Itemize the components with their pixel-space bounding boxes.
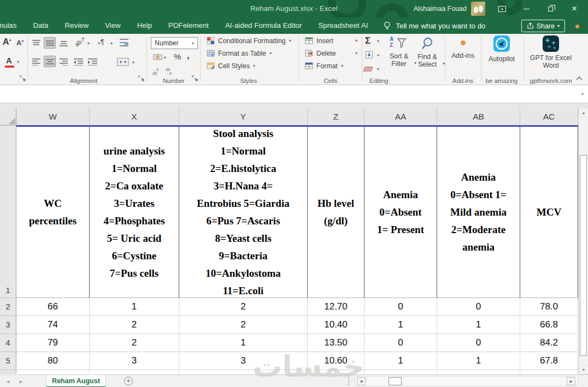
- menu-tab-spreadsheet-ai[interactable]: Spreadsheet AI: [310, 17, 376, 34]
- header-cell-ab[interactable]: Anemia 0=Absent 1= Mild anemia 2=Moderat…: [437, 126, 520, 298]
- sheet-nav-right-icon[interactable]: ▸: [20, 378, 22, 384]
- cell-ac3[interactable]: 66.8: [520, 316, 578, 334]
- font-dialog-launcher[interactable]: [20, 75, 26, 81]
- font-color-button[interactable]: A: [6, 56, 12, 65]
- sheet-nav-left-icon[interactable]: ◂: [7, 378, 9, 384]
- align-top-icon[interactable]: [32, 39, 41, 47]
- comma-style-button[interactable]: ,: [187, 50, 190, 61]
- align-middle-button-selected[interactable]: [44, 37, 56, 49]
- conditional-formatting-button[interactable]: Conditional Formatting▾: [207, 37, 291, 45]
- cell-ab3[interactable]: 1: [437, 316, 520, 334]
- formula-bar-expand-icon[interactable]: ▾: [581, 92, 584, 97]
- autopilot-button[interactable]: Autopilot: [484, 35, 519, 63]
- user-avatar[interactable]: [471, 2, 485, 16]
- wrap-text-icon[interactable]: [119, 38, 129, 47]
- cell-ac4[interactable]: 84.2: [520, 334, 578, 352]
- tell-me-box[interactable]: Tell me what you want to do: [384, 21, 485, 31]
- cell-aa5[interactable]: 1: [364, 352, 437, 370]
- increase-indent-icon[interactable]: [87, 58, 98, 66]
- column-header-y[interactable]: Y: [179, 108, 308, 126]
- tab-splitter-handle[interactable]: [348, 377, 349, 385]
- row-header-6[interactable]: [0, 370, 16, 373]
- clear-button[interactable]: [363, 67, 373, 72]
- text-direction-icon[interactable]: ▸¶: [98, 38, 104, 46]
- autosum-button[interactable]: Σ: [365, 35, 371, 46]
- header-cell-z[interactable]: Hb level (g/dl): [308, 126, 364, 298]
- cell-z5[interactable]: 10.60: [308, 352, 364, 370]
- increase-font-size-button[interactable]: A▴: [3, 37, 11, 47]
- autosum-dropdown[interactable]: ▾: [377, 39, 379, 44]
- cell-ab2[interactable]: 0: [437, 298, 520, 316]
- orientation-dropdown[interactable]: ▾: [87, 41, 90, 46]
- cell-x4[interactable]: 2: [90, 334, 179, 352]
- gpt-for-excel-button[interactable]: GPT for Excel Word: [527, 35, 575, 69]
- menu-tab-view[interactable]: View: [97, 17, 129, 34]
- scroll-left-button[interactable]: ◂: [357, 377, 366, 385]
- sort-filter-button[interactable]: A Z Sort & Filter ▾: [385, 36, 413, 68]
- align-right-icon[interactable]: [59, 58, 68, 66]
- cell-aa2[interactable]: 0: [364, 298, 437, 316]
- merge-center-dropdown[interactable]: ▾: [132, 60, 134, 65]
- find-select-button[interactable]: Find & Select ▾: [413, 36, 442, 68]
- cell-y2[interactable]: 2: [179, 298, 308, 316]
- column-header-x[interactable]: X: [90, 108, 179, 126]
- column-header-ac[interactable]: AC: [520, 108, 578, 126]
- number-dialog-launcher[interactable]: [192, 75, 198, 81]
- scroll-right-button[interactable]: ▸: [567, 377, 575, 385]
- cell-x3[interactable]: 2: [90, 316, 179, 334]
- menu-tab-review[interactable]: Review: [57, 17, 97, 34]
- vertical-scrollbar[interactable]: ▴ ▾: [578, 108, 588, 374]
- cell-aa4[interactable]: 0: [364, 334, 437, 352]
- cell-y4[interactable]: 1: [179, 334, 308, 352]
- cell-z4[interactable]: 13.50: [308, 334, 364, 352]
- account-user-name[interactable]: Alshaimaa Fouad: [414, 5, 467, 13]
- cell-w4[interactable]: 79: [16, 334, 90, 352]
- cell-z3[interactable]: 10.40: [308, 316, 364, 334]
- header-cell-w[interactable]: WC percentiles: [16, 126, 90, 298]
- column-header-w[interactable]: W: [16, 108, 90, 126]
- format-cells-button[interactable]: Format▾: [305, 62, 343, 70]
- percent-style-button[interactable]: %: [174, 52, 181, 61]
- share-button[interactable]: Share ▾: [521, 20, 565, 32]
- scroll-down-button[interactable]: ▾: [579, 365, 588, 374]
- header-cell-ac[interactable]: MCV: [520, 126, 578, 298]
- column-header-z[interactable]: Z: [308, 108, 364, 126]
- format-as-table-button[interactable]: Format as Table▾: [207, 49, 272, 57]
- cell-aa3[interactable]: 1: [364, 316, 437, 334]
- cell-x2[interactable]: 1: [90, 298, 179, 316]
- column-header-ab[interactable]: AB: [437, 108, 520, 126]
- alignment-dialog-launcher[interactable]: [138, 75, 144, 81]
- decrease-indent-icon[interactable]: [73, 58, 84, 66]
- restore-button[interactable]: [541, 0, 560, 17]
- delete-cells-button[interactable]: Delete▾: [305, 49, 357, 57]
- row-header-3[interactable]: 3: [0, 316, 16, 334]
- row-header-5[interactable]: 5: [0, 352, 16, 370]
- header-cell-aa[interactable]: Anemia 0=Absent 1= Present: [364, 126, 437, 298]
- fill-dropdown[interactable]: ▾: [377, 53, 379, 58]
- fill-button[interactable]: [365, 51, 373, 59]
- addins-button[interactable]: Add-ins: [447, 38, 479, 59]
- header-cell-y[interactable]: Stool analysis 1=Normal 2=E.histolytica …: [179, 126, 308, 298]
- horizontal-scroll-thumb[interactable]: [389, 377, 402, 385]
- cell-ab5[interactable]: 1: [437, 352, 520, 370]
- menu-tab-data[interactable]: Data: [25, 17, 56, 34]
- font-color-dropdown[interactable]: ▾: [17, 59, 19, 64]
- accounting-format-icon[interactable]: [153, 53, 162, 61]
- cell-ab4[interactable]: 0: [437, 334, 520, 352]
- cell-w5[interactable]: 80: [16, 352, 90, 370]
- menu-tab-help[interactable]: Help: [129, 17, 160, 34]
- cell-y3[interactable]: 2: [179, 316, 308, 334]
- formula-bar[interactable]: ▾: [0, 86, 588, 103]
- collapse-ribbon-button[interactable]: [576, 76, 583, 80]
- clear-dropdown[interactable]: ▾: [377, 67, 379, 72]
- menu-tab-pdfelement[interactable]: PDFelement: [160, 17, 217, 34]
- new-sheet-button[interactable]: +: [124, 377, 133, 385]
- vertical-scroll-thumb[interactable]: [580, 155, 587, 356]
- cell-ac2[interactable]: 78.0: [520, 298, 578, 316]
- column-header-aa[interactable]: AA: [364, 108, 437, 126]
- header-cell-x[interactable]: urine analysis 1=Normal 2=Ca oxalate 3=U…: [90, 126, 179, 298]
- cell-w2[interactable]: 66: [16, 298, 90, 316]
- increase-decimal-button[interactable]: ←.0 .00: [152, 68, 158, 75]
- cell-z2[interactable]: 12.70: [308, 298, 364, 316]
- orientation-icon[interactable]: ab↗: [73, 35, 87, 48]
